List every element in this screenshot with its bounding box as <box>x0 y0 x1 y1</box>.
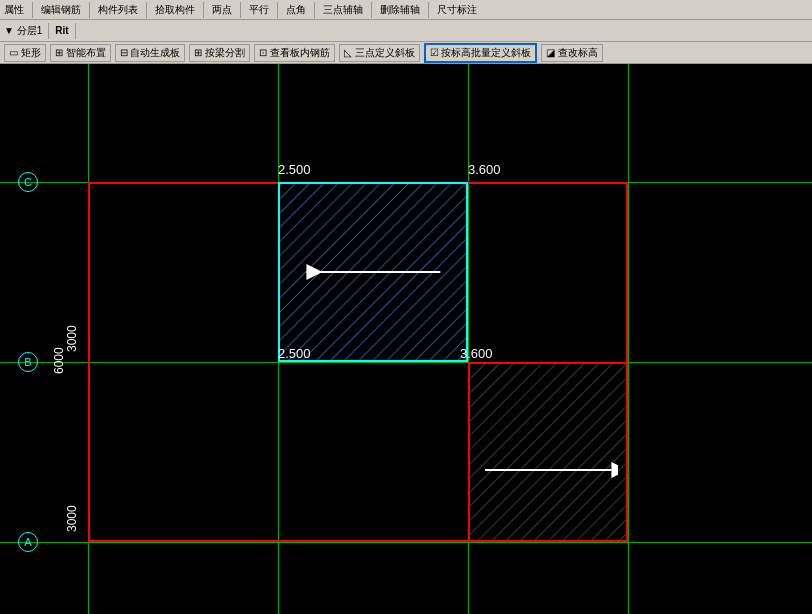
btn-check-height[interactable]: ◪ 查改标高 <box>541 44 603 62</box>
dim-axis-y: 6000 <box>52 294 66 374</box>
separator7 <box>314 2 315 18</box>
btn-3pt-slope[interactable]: ◺ 三点定义斜板 <box>339 44 420 62</box>
panel-red-bottom-right[interactable] <box>468 362 628 542</box>
separator3 <box>146 2 147 18</box>
menu-item-two-point[interactable]: 两点 <box>212 3 232 17</box>
menu-item-comp-list[interactable]: 构件列表 <box>98 3 138 17</box>
dim-left-top: 3000 <box>65 212 79 352</box>
toolbar-row2: ▭ 矩形 ⊞ 智能布置 ⊟ 自动生成板 ⊞ 按梁分割 ⊡ 查看板内钢筋 ◺ 三点… <box>0 42 812 64</box>
btn-auto-gen[interactable]: ⊟ 自动生成板 <box>115 44 186 62</box>
btn-batch-slope[interactable]: ☑ 按标高批量定义斜板 <box>424 43 538 63</box>
separator <box>32 2 33 18</box>
axis-b: B <box>18 352 38 372</box>
menu-item-point-angle[interactable]: 点角 <box>286 3 306 17</box>
grid-v-4 <box>628 64 629 614</box>
grid-h-a <box>0 542 812 543</box>
menu-item-3pt-aux[interactable]: 三点辅轴 <box>323 3 363 17</box>
sep-r1-2 <box>75 23 76 39</box>
menu-item-del-aux[interactable]: 删除辅轴 <box>380 3 420 17</box>
dim-top-right: 3.600 <box>468 162 501 177</box>
toolbar-rit[interactable]: Rit <box>55 25 68 36</box>
drawing-area: C B A 2.500 3.600 3000 6000 3000 <box>0 64 812 614</box>
menu-item-edit-rebar[interactable]: 编辑钢筋 <box>41 3 81 17</box>
sep-r1-1 <box>48 23 49 39</box>
menu-item-parallel[interactable]: 平行 <box>249 3 269 17</box>
btn-smart-layout[interactable]: ⊞ 智能布置 <box>50 44 111 62</box>
arrow-left <box>299 260 448 284</box>
separator9 <box>428 2 429 18</box>
toolbar-row1: ▼ 分层1 Rit <box>0 20 812 42</box>
menu-item-pick[interactable]: 拾取构件 <box>155 3 195 17</box>
svg-rect-5 <box>470 364 626 540</box>
dim-mid-left: 2.500 <box>278 346 311 361</box>
menu-item-dim[interactable]: 尺寸标注 <box>437 3 477 17</box>
separator2 <box>89 2 90 18</box>
separator6 <box>277 2 278 18</box>
hatch-dark <box>470 364 626 540</box>
axis-c: C <box>18 172 38 192</box>
btn-split-beam[interactable]: ⊞ 按梁分割 <box>189 44 250 62</box>
dim-left-bottom: 3000 <box>65 392 79 532</box>
separator8 <box>371 2 372 18</box>
separator4 <box>203 2 204 18</box>
dim-top-left: 2.500 <box>278 162 311 177</box>
axis-a: A <box>18 532 38 552</box>
toolbar-top: 属性 编辑钢筋 构件列表 拾取构件 两点 平行 点角 三点辅轴 删除辅轴 尺寸标… <box>0 0 812 20</box>
dim-mid-right: 3.600 <box>460 346 493 361</box>
separator5 <box>240 2 241 18</box>
arrow-right <box>478 458 618 482</box>
menu-item-attr[interactable]: 属性 <box>4 3 24 17</box>
btn-rect[interactable]: ▭ 矩形 <box>4 44 46 62</box>
layer-label: ▼ 分层1 <box>4 24 42 38</box>
panel-cyan[interactable] <box>278 182 468 362</box>
btn-view-rebar[interactable]: ⊡ 查看板内钢筋 <box>254 44 335 62</box>
